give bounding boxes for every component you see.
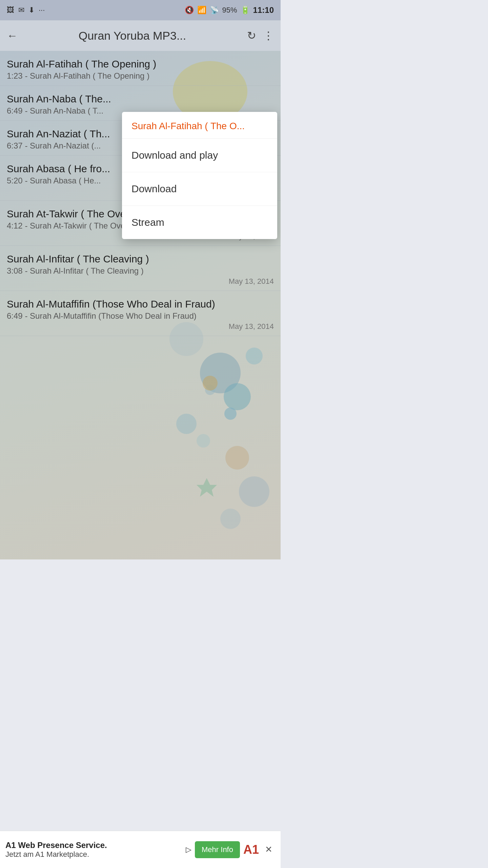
signal-icon: 📡 xyxy=(210,6,219,15)
menu-header: Surah Al-Fatihah ( The O... xyxy=(122,112,277,139)
mail-icon: ✉ xyxy=(18,6,24,15)
menu-header-text: Surah Al-Fatihah ( The O... xyxy=(131,121,245,131)
battery-icon: 🔋 xyxy=(241,6,250,15)
image-icon: 🖼 xyxy=(7,6,14,15)
context-menu: Surah Al-Fatihah ( The O... Download and… xyxy=(122,112,277,239)
menu-item-download-play[interactable]: Download and play xyxy=(122,139,277,172)
mute-icon: 🔇 xyxy=(185,6,194,15)
back-button[interactable]: ← xyxy=(7,29,18,42)
battery-text: 95% xyxy=(222,6,237,15)
menu-item-download[interactable]: Download xyxy=(122,172,277,206)
top-bar: ← Quran Yoruba MP3... ↻ ⋮ xyxy=(0,20,281,51)
time-display: 11:10 xyxy=(253,5,274,15)
status-bar: 🖼 ✉ ⬇ ··· 🔇 📶 📡 95% 🔋 11:10 xyxy=(0,0,281,20)
status-left-icons: 🖼 ✉ ⬇ ··· xyxy=(7,6,45,15)
menu-item-stream[interactable]: Stream xyxy=(122,206,277,239)
more-dots-icon: ··· xyxy=(39,6,45,15)
download-icon: ⬇ xyxy=(28,6,35,15)
more-options-button[interactable]: ⋮ xyxy=(263,29,274,42)
app-title: Quran Yoruba MP3... xyxy=(24,29,240,42)
status-right-icons: 🔇 📶 📡 95% 🔋 11:10 xyxy=(185,5,274,15)
refresh-button[interactable]: ↻ xyxy=(247,29,256,42)
track-list: Surah Al-Fatihah ( The Opening ) 1:23 - … xyxy=(0,51,281,559)
wifi-icon: 📶 xyxy=(197,6,206,15)
